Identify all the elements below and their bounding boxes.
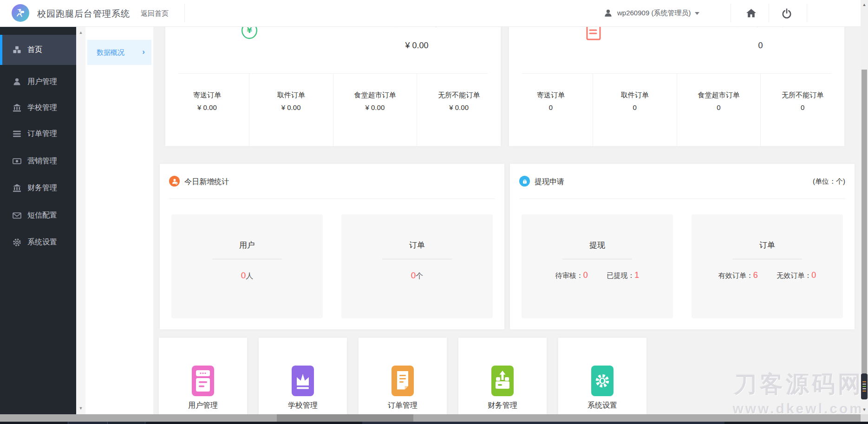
- col-value: ¥ 0.00: [333, 103, 417, 111]
- courier-icon: [15, 8, 26, 18]
- divider: [519, 199, 845, 199]
- app-title: 校园跑腿后台管理系统: [37, 8, 130, 20]
- wallet-arrow-icon: [491, 366, 514, 396]
- income-value: ¥ 0.00: [405, 41, 428, 51]
- pending-stat: 待审核：0: [555, 270, 588, 280]
- list-icon: [12, 129, 21, 138]
- income-col-canteen: 食堂超市订单 ¥ 0.00: [333, 73, 417, 146]
- stat-label: 已提现：: [607, 271, 634, 279]
- shortcut-label: 订单管理: [359, 401, 447, 411]
- stat-label: 待审核：: [555, 271, 583, 279]
- box-title: 订单: [341, 214, 493, 251]
- box-unit: 人: [246, 272, 253, 280]
- back-home-link[interactable]: 返回首页: [141, 9, 169, 18]
- vertical-scroll-thumb[interactable]: [861, 70, 867, 373]
- order-validity-box: 订单 有效订单：6 无效订单：0: [692, 214, 843, 318]
- stat-label: 无效订单：: [777, 271, 811, 279]
- withdraw-box: 提现 待审核：0 已提现：1: [522, 214, 673, 318]
- box-number: 0: [241, 270, 246, 280]
- col-label: 取件订单: [593, 91, 677, 100]
- taskbar-edge: [0, 422, 868, 424]
- sidebar-item-label: 学校管理: [27, 103, 57, 113]
- taskbar-segment: [362, 422, 724, 424]
- done-value: 0: [758, 41, 763, 51]
- col-label: 寄送订单: [509, 91, 593, 100]
- box-title: 订单: [692, 214, 843, 251]
- vertical-scrollbar[interactable]: ▲ ▼: [861, 0, 868, 414]
- col-label: 无所不能订单: [761, 91, 844, 100]
- divider: [769, 4, 769, 22]
- watermark-line1: 刀客源码网: [678, 369, 864, 400]
- box-title: 提现: [522, 214, 673, 251]
- box-value: 0人: [171, 270, 323, 281]
- sidebar-item-label: 首页: [27, 45, 42, 55]
- sidebar-item-home[interactable]: 首页: [0, 35, 76, 65]
- crown-icon: [292, 366, 314, 396]
- user-icon: [604, 9, 613, 18]
- shortcut-label: 学校管理: [259, 401, 347, 411]
- withdrawn-stat: 已提现：1: [607, 270, 639, 280]
- shortcut-school-management[interactable]: 学校管理: [259, 338, 347, 422]
- box-divider: [212, 259, 282, 259]
- taskbar-segment: [108, 422, 145, 424]
- col-value: 0: [761, 103, 844, 111]
- shortcut-label: 财务管理: [458, 401, 547, 411]
- shortcut-label: 用户管理: [159, 401, 247, 411]
- inner-scrollbar[interactable]: ▲ ▼: [76, 26, 85, 414]
- site-watermark: 刀客源码网 www.dkewl.com: [678, 369, 864, 417]
- income-col-send: 寄送订单 ¥ 0.00: [165, 73, 249, 146]
- subnav-item-data-overview[interactable]: 数据概况 ›: [87, 40, 151, 65]
- sidebar: 首页 用户管理 学校管理: [0, 26, 76, 424]
- power-icon: [781, 8, 792, 19]
- shortcut-user-management[interactable]: 用户管理: [159, 338, 247, 422]
- scroll-up-icon[interactable]: ▲: [76, 30, 85, 35]
- box-number: 0: [411, 270, 416, 280]
- home-button[interactable]: [740, 0, 762, 26]
- sidebar-item-finance[interactable]: 财务管理: [0, 179, 76, 197]
- money-bill-icon: [12, 156, 21, 166]
- valid-orders-stat: 有效订单：6: [718, 270, 758, 280]
- col-value: ¥ 0.00: [249, 103, 333, 111]
- bank-icon: [12, 103, 21, 112]
- cubes-icon: [12, 45, 21, 55]
- order-doc-icon: [392, 366, 414, 396]
- sidebar-item-users[interactable]: 用户管理: [0, 72, 76, 91]
- sidebar-item-marketing[interactable]: 营销管理: [0, 152, 76, 170]
- stat-value: 6: [753, 270, 758, 280]
- user-menu[interactable]: wp260909 (系统管理员): [604, 0, 699, 26]
- done-col-send: 寄送订单 0: [509, 73, 593, 146]
- home-icon: [745, 7, 757, 19]
- col-value: 0: [593, 103, 677, 111]
- sidebar-item-settings[interactable]: 系统设置: [0, 233, 76, 251]
- col-value: 0: [509, 103, 593, 111]
- new-stats-title: 今日新增统计: [184, 177, 229, 187]
- scroll-down-icon[interactable]: ▼: [861, 407, 868, 412]
- scroll-up-icon[interactable]: ▲: [861, 2, 868, 7]
- col-value: ¥ 0.00: [417, 103, 501, 111]
- logout-button[interactable]: [776, 0, 797, 26]
- horizontal-scroll-thumb[interactable]: [277, 414, 413, 422]
- box-divider: [562, 259, 632, 259]
- sidebar-item-label: 系统设置: [27, 238, 57, 247]
- scrollbar-marker: [861, 373, 868, 399]
- col-label: 寄送订单: [165, 91, 249, 100]
- income-col-anything: 无所不能订单 ¥ 0.00: [417, 73, 501, 146]
- sidebar-item-schools[interactable]: 学校管理: [0, 98, 76, 117]
- sidebar-item-sms[interactable]: 短信配置: [0, 206, 76, 225]
- sidebar-item-label: 财务管理: [27, 183, 57, 193]
- divider: [807, 4, 807, 22]
- gear-icon: [591, 366, 613, 396]
- sidebar-item-label: 用户管理: [27, 77, 57, 87]
- shortcut-finance-management[interactable]: 财务管理: [458, 338, 547, 422]
- subnav-panel: 数据概况 ›: [85, 26, 153, 414]
- box-unit: 个: [416, 272, 423, 280]
- shortcut-order-management[interactable]: 订单管理: [359, 338, 447, 422]
- horizontal-scrollbar[interactable]: [0, 414, 861, 422]
- scroll-down-icon[interactable]: ▼: [76, 406, 85, 411]
- income-col-pickup: 取件订单 ¥ 0.00: [249, 73, 333, 146]
- username-label: wp260909 (系统管理员): [617, 9, 691, 18]
- sidebar-item-orders[interactable]: 订单管理: [0, 124, 76, 143]
- shortcut-system-settings[interactable]: 系统设置: [558, 338, 646, 422]
- divider: [184, 4, 185, 22]
- withdrawal-title: 提现申请: [535, 177, 564, 187]
